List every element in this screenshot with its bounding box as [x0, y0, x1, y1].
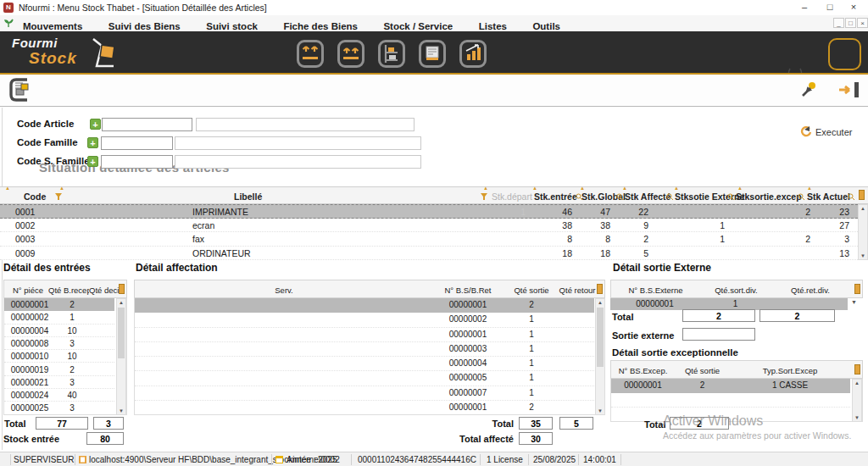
exit-icon[interactable] — [837, 81, 861, 98]
col-bs-bret[interactable]: N° B.S/B.Ret — [433, 286, 503, 295]
menu-suivi-des-biens[interactable]: Suivi des Biens — [108, 21, 181, 31]
sortie-externe-field[interactable] — [682, 328, 755, 341]
maximize-button[interactable]: □ — [821, 1, 839, 14]
add-article-button[interactable]: + — [90, 119, 101, 130]
menu-listes[interactable]: Listes — [479, 21, 507, 31]
list-item[interactable]: 00000001 1 — [610, 298, 848, 310]
stock-entree-field[interactable] — [86, 432, 124, 445]
list-item[interactable]: 00000005 1 — [135, 371, 594, 386]
stock-in-button[interactable] — [297, 40, 324, 68]
search-icon[interactable] — [616, 193, 624, 201]
list-item[interactable]: 00000003 1 — [135, 342, 594, 357]
list-item[interactable]: 00000001 2 1 CASSE — [611, 379, 850, 393]
list-item[interactable]: 00000001 2 — [135, 298, 594, 313]
list-item[interactable]: 00000004 1 — [135, 357, 594, 371]
column-options-icon[interactable] — [854, 284, 860, 294]
total-affecte-field[interactable] — [519, 432, 553, 445]
menu-stock-service[interactable]: Stock / Service — [383, 21, 453, 31]
main-table-scrollbar[interactable] — [858, 204, 868, 260]
search-icon[interactable] — [666, 193, 674, 201]
col-stk-depart[interactable]: Stk.départ — [492, 191, 532, 202]
list-item[interactable]: 00000002 1 — [4, 311, 114, 324]
menu-mouvements[interactable]: Mouvements — [23, 21, 82, 31]
dropdown-icon[interactable]: ▼ — [851, 299, 857, 305]
entrees-total1-field[interactable] — [36, 417, 88, 430]
externe-total1-field[interactable] — [682, 309, 755, 322]
list-item[interactable]: 00000007 1 — [135, 386, 594, 401]
list-item[interactable]: 00000002 1 — [135, 313, 594, 327]
add-famille-button[interactable]: + — [87, 137, 98, 148]
col-n-piece[interactable]: N° piéce — [6, 286, 50, 295]
article-libelle-field[interactable] — [196, 118, 415, 131]
entrees-scrollbar[interactable] — [116, 298, 126, 415]
filter-icon[interactable] — [480, 192, 488, 201]
col-qte-sortie[interactable]: Qté sortie — [675, 366, 730, 375]
code-famille-input[interactable] — [101, 136, 173, 150]
table-row[interactable]: 0002 ecran 38 38 9 1 27 — [0, 219, 858, 233]
list-item[interactable]: 00000024 40 — [4, 389, 114, 402]
affectation-total1-field[interactable] — [519, 417, 553, 430]
pin-icon[interactable] — [800, 81, 817, 98]
s-famille-libelle-field[interactable] — [175, 155, 421, 169]
list-item[interactable]: 00000008 3 — [4, 337, 114, 350]
stock-out-button[interactable] — [337, 40, 364, 68]
excep-total-field[interactable] — [670, 417, 729, 430]
column-options-icon[interactable] — [119, 284, 125, 294]
col-qte-sortie[interactable]: Qté sortie — [503, 286, 560, 295]
add-s-famille-button[interactable]: + — [87, 156, 98, 167]
table-row[interactable]: 0001 IMPRIMANTE 1 46 47 22 2 23 — [0, 204, 858, 219]
affectation-total2-field[interactable] — [559, 417, 593, 430]
mdi-restore-button[interactable]: □ — [845, 18, 856, 28]
col-bs-externe[interactable]: N° B.S.Externe — [611, 286, 700, 295]
menu-suivi-stock[interactable]: Suivi stock — [206, 21, 258, 31]
list-item[interactable]: 00000004 10 — [4, 325, 114, 337]
list-item[interactable]: 00000025 3 — [4, 402, 114, 414]
column-options-icon[interactable] — [859, 190, 865, 200]
scroll-up-icon[interactable] — [117, 300, 125, 305]
list-item[interactable]: 00000010 10 — [4, 350, 114, 363]
externe-total2-field[interactable] — [760, 309, 835, 322]
execute-button[interactable]: Executer — [800, 125, 863, 140]
search-icon[interactable] — [798, 193, 805, 201]
stats-button[interactable] — [459, 40, 487, 68]
code-s-famille-input[interactable] — [101, 155, 173, 169]
list-item[interactable]: 00000021 3 — [4, 376, 114, 389]
list-item[interactable] — [611, 393, 850, 408]
list-item[interactable]: 00000001 1 — [135, 328, 594, 342]
search-icon[interactable] — [576, 193, 583, 201]
active-module-button[interactable] — [828, 38, 861, 70]
col-qte-recep[interactable]: Qté B.recep — [48, 286, 89, 295]
affectation-scrollbar[interactable] — [595, 298, 605, 415]
mdi-close-button[interactable]: × — [857, 18, 868, 28]
scroll-down-icon[interactable] — [596, 408, 604, 413]
mdi-minimize-button[interactable]: _ — [833, 18, 844, 28]
col-stk-actuel[interactable]: Stk Actuel — [807, 191, 850, 202]
scroll-up-icon[interactable] — [596, 300, 604, 305]
column-options-icon[interactable] — [854, 364, 860, 374]
menu-outils[interactable]: Outils — [532, 21, 560, 31]
sortie-excep-scrollbar[interactable] — [852, 379, 862, 422]
col-stk-affecte[interactable]: Stk Affecté — [625, 191, 670, 202]
scroll-down-icon[interactable] — [859, 253, 867, 258]
col-qte-decision[interactable]: Qté decisio — [89, 286, 120, 295]
col-bs-excep[interactable]: N° BS.Excep. — [611, 366, 675, 375]
col-stk-entree[interactable]: Stk.entrée — [534, 191, 577, 202]
col-qte-ret-div[interactable]: Qté.ret.div. — [772, 286, 849, 295]
menu-fiche-des-biens[interactable]: Fiche des Biens — [283, 21, 358, 31]
col-qte-retour[interactable]: Qté retour — [559, 286, 596, 295]
entrees-total2-field[interactable] — [93, 417, 124, 430]
code-article-input[interactable] — [102, 118, 192, 131]
col-stksortie-excep[interactable]: Stksortie.excep — [736, 191, 802, 202]
search-icon[interactable] — [848, 193, 855, 201]
report-button[interactable] — [419, 40, 446, 68]
scroll-up-icon[interactable] — [859, 206, 867, 211]
search-icon[interactable] — [727, 193, 735, 201]
close-button[interactable]: × — [844, 1, 863, 14]
col-code[interactable]: Code — [24, 191, 46, 202]
table-row[interactable]: 0003 fax 8 8 2 1 2 3 — [0, 232, 858, 247]
col-serv[interactable]: Serv. — [135, 286, 433, 295]
column-options-icon[interactable] — [597, 284, 603, 294]
col-qte-sort-div[interactable]: Qté.sort.div. — [700, 286, 772, 295]
list-item[interactable]: 00000019 2 — [4, 363, 114, 376]
scroll-up-icon[interactable] — [853, 380, 861, 386]
